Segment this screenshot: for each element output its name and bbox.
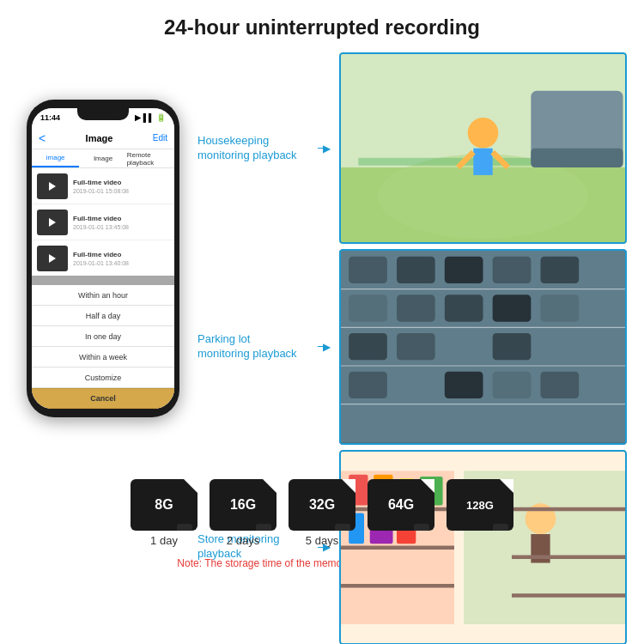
sd-label-128g: 128G: [466, 499, 494, 512]
svg-point-4: [468, 118, 499, 149]
video-thumb-2: [37, 210, 68, 235]
svg-rect-32: [541, 372, 580, 398]
video-item-1[interactable]: Full-time video 2019-01-01 15:08:08: [32, 168, 174, 204]
video-title-2: Full-time video: [73, 215, 169, 222]
svg-point-2: [378, 154, 589, 238]
phone-notch: [77, 108, 129, 120]
parking-photo: [339, 249, 627, 444]
phone-mockup: 11:44 ▶ ▌▌ 🔋 < Image Edit image Image Re…: [27, 100, 179, 417]
sd-card-notch-5: [500, 479, 513, 493]
svg-rect-8: [531, 91, 623, 167]
svg-rect-16: [349, 257, 387, 283]
monitoring-image-parking: [339, 249, 627, 444]
nav-back-button[interactable]: <: [39, 131, 46, 145]
monitoring-row-housekeeping: Housekeepingmonitoring playback ▶: [197, 52, 627, 244]
tab-image[interactable]: image: [32, 149, 79, 167]
connector-parking: ▶: [318, 341, 331, 353]
dropdown-item-2[interactable]: Half a day: [32, 306, 174, 326]
phone-container: 11:44 ▶ ▌▌ 🔋 < Image Edit image Image Re…: [17, 48, 189, 469]
svg-line-6: [458, 152, 473, 167]
play-icon-2: [49, 218, 56, 227]
dropdown-menu: Within an hour Half a day In one day Wit…: [32, 285, 174, 409]
svg-rect-48: [531, 534, 550, 563]
video-date-1: 2019-01-01 15:08:08: [73, 188, 169, 194]
sd-card-16g: 16G: [210, 479, 276, 531]
monitoring-row-parking: Parking lotmonitoring playback ▶: [197, 249, 627, 444]
video-info-3: Full-time video 2019-01-01 13:40:08: [73, 251, 169, 266]
dropdown-item-4[interactable]: Within a week: [32, 347, 174, 368]
dropdown-item-5[interactable]: Customize: [32, 368, 174, 388]
storage-days-16g: 2 days: [227, 534, 259, 547]
video-info-1: Full-time video 2019-01-01 15:08:08: [73, 179, 169, 194]
svg-rect-25: [541, 295, 580, 322]
sd-card-notch-4: [421, 479, 434, 493]
sd-card-notch-2: [263, 479, 276, 493]
phone-time: 11:44: [40, 113, 60, 122]
svg-rect-24: [493, 295, 532, 322]
svg-rect-19: [493, 257, 532, 283]
video-item-3[interactable]: Full-time video 2019-01-01 13:40:08: [32, 240, 174, 276]
dropdown-overlay: Within an hour Half a day In one day Wit…: [32, 276, 174, 409]
tab-remote-playback[interactable]: Remote playback: [127, 149, 174, 167]
play-icon-3: [49, 254, 56, 263]
main-content: 11:44 ▶ ▌▌ 🔋 < Image Edit image Image Re…: [0, 48, 644, 469]
sd-card-8g: 8G: [131, 479, 197, 531]
video-date-2: 2019-01-01 13:45:08: [73, 224, 169, 230]
page-title: 24-hour uninterrupted recording: [17, 15, 627, 39]
video-title-1: Full-time video: [73, 179, 169, 186]
svg-rect-23: [445, 295, 483, 322]
svg-rect-26: [349, 333, 387, 360]
monitoring-panels: Housekeepingmonitoring playback ▶: [197, 48, 627, 469]
storage-days-8g: 1 day: [150, 534, 178, 547]
svg-rect-0: [339, 52, 627, 244]
svg-rect-10: [339, 251, 627, 442]
svg-rect-28: [493, 333, 532, 360]
svg-rect-3: [358, 158, 607, 166]
sd-card-128g: 128G: [447, 479, 513, 531]
monitoring-image-housekeeping: [339, 52, 627, 244]
sd-label-16g: 16G: [230, 497, 256, 513]
svg-rect-21: [349, 295, 387, 322]
sd-card-notch-1: [184, 479, 197, 493]
sd-label-8g: 8G: [155, 497, 173, 513]
svg-rect-1: [339, 167, 627, 244]
video-thumb-1: [37, 173, 68, 199]
video-item-2[interactable]: Full-time video 2019-01-01 13:45:08: [32, 204, 174, 240]
svg-rect-17: [397, 257, 435, 283]
monitoring-label-parking: Parking lotmonitoring playback: [197, 332, 309, 361]
dropdown-item-3[interactable]: In one day: [32, 326, 174, 347]
play-icon-1: [49, 182, 56, 191]
storage-card-16g: 16G 2 days: [210, 479, 276, 547]
connector-housekeeping: ▶: [318, 143, 331, 155]
phone-icons: ▶ ▌▌ 🔋: [135, 113, 166, 122]
sd-card-32g: 32G: [289, 479, 355, 531]
dropdown-item-1[interactable]: Within an hour: [32, 285, 174, 306]
svg-rect-18: [445, 257, 483, 283]
svg-rect-31: [493, 372, 532, 398]
tab-image2[interactable]: Image: [79, 149, 126, 167]
phone-nav-bar: < Image Edit: [32, 127, 174, 149]
svg-rect-9: [531, 149, 623, 167]
dropdown-cancel-button[interactable]: Cancel: [32, 388, 174, 409]
video-date-3: 2019-01-01 13:40:08: [73, 260, 169, 266]
phone-screen: 11:44 ▶ ▌▌ 🔋 < Image Edit image Image Re…: [32, 108, 174, 409]
sd-label-64g: 64G: [388, 497, 414, 513]
svg-rect-30: [445, 372, 483, 398]
nav-title: Image: [86, 133, 113, 143]
video-thumb-3: [37, 246, 68, 271]
page-header: 24-hour uninterrupted recording: [0, 0, 644, 48]
phone-tabs: image Image Remote playback: [32, 149, 174, 168]
housekeeping-photo: [339, 52, 627, 244]
svg-rect-27: [397, 333, 435, 360]
video-info-2: Full-time video 2019-01-01 13:45:08: [73, 215, 169, 230]
svg-rect-5: [473, 149, 492, 175]
svg-point-47: [526, 503, 556, 534]
nav-edit-button[interactable]: Edit: [153, 133, 167, 143]
sd-label-32g: 32G: [309, 497, 335, 513]
sd-card-notch-3: [342, 479, 355, 493]
monitoring-label-housekeeping: Housekeepingmonitoring playback: [197, 134, 309, 163]
svg-rect-20: [541, 257, 580, 283]
svg-rect-22: [397, 295, 435, 322]
svg-rect-29: [349, 372, 387, 398]
svg-line-7: [493, 152, 508, 167]
